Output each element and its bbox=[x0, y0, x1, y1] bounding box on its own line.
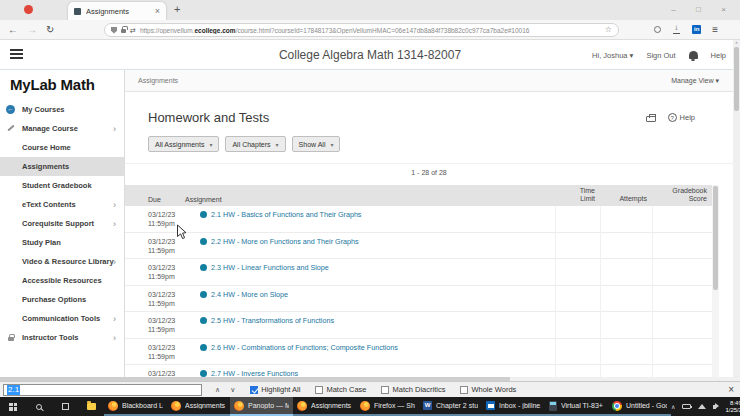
match-diacritics-checkbox[interactable] bbox=[381, 386, 389, 394]
chevron-right-icon: › bbox=[113, 333, 116, 343]
taskbar-app-word[interactable]: WChapter 2 stud... bbox=[419, 397, 482, 416]
forward-button[interactable]: → bbox=[27, 25, 37, 35]
find-next-button[interactable]: ∨ bbox=[230, 386, 235, 394]
sidebar-item-instructor-tools[interactable]: Instructor Tools › bbox=[0, 328, 124, 347]
highlight-all-checkbox[interactable] bbox=[250, 386, 258, 394]
downloads-icon[interactable] bbox=[672, 25, 681, 34]
page-scrollbar[interactable]: ∧ ∨ bbox=[733, 40, 740, 381]
sidebar-item-purchase-options[interactable]: Purchase Options bbox=[0, 290, 124, 309]
scroll-up-icon[interactable]: ∧ bbox=[733, 40, 740, 46]
column-header-due[interactable]: Due bbox=[125, 185, 181, 206]
start-button[interactable] bbox=[0, 397, 26, 416]
taskbar-app-panopto[interactable]: Panopto — M... bbox=[230, 397, 293, 416]
find-bar: 2.1 ∧ ∨ Highlight All Match Case Match D… bbox=[0, 381, 740, 397]
print-icon[interactable] bbox=[646, 116, 656, 122]
whole-words-checkbox[interactable] bbox=[460, 386, 468, 394]
extension-circle-icon[interactable] bbox=[654, 26, 661, 33]
notifications-bell-icon[interactable] bbox=[689, 51, 698, 59]
back-button[interactable]: ← bbox=[8, 25, 18, 35]
highlight-all-option[interactable]: Highlight All bbox=[250, 385, 300, 394]
assignment-link[interactable]: 2.1 HW - Basics of Functions and Their G… bbox=[211, 210, 361, 219]
taskbar-app-assignments-1[interactable]: Assignments ... bbox=[167, 397, 230, 416]
file-explorer-button[interactable] bbox=[78, 397, 104, 416]
assignment-link[interactable]: 2.4 HW - More on Slope bbox=[211, 290, 288, 299]
sidebar-item-manage-course[interactable]: Manage Course › bbox=[0, 119, 124, 138]
filter-show-all-dropdown[interactable]: Show All▾ bbox=[292, 136, 341, 152]
assignment-link[interactable]: 2.2 HW - More on Functions and Their Gra… bbox=[211, 237, 359, 246]
window-controls: – □ × bbox=[661, 0, 736, 20]
assignment-link[interactable]: 2.6 HW - Combinations of Functions; Comp… bbox=[211, 343, 398, 352]
sidebar-item-course-home[interactable]: Course Home bbox=[0, 138, 124, 157]
sidebar-item-video-resource-library[interactable]: Video & Resource Library › bbox=[0, 252, 124, 271]
table-scrollbar[interactable] bbox=[712, 185, 719, 381]
window-close-button[interactable]: × bbox=[711, 0, 736, 20]
table-scrollbar-thumb[interactable] bbox=[713, 186, 718, 290]
taskbar-app-ti83[interactable]: Virtual TI-83+ bbox=[545, 397, 608, 416]
new-tab-button[interactable]: + bbox=[174, 3, 180, 15]
filter-all-assignments-dropdown[interactable]: All Assignments▾ bbox=[148, 136, 219, 152]
taskbar-app-assignments-2[interactable]: Assignments ... bbox=[293, 397, 356, 416]
sidebar-item-communication-tools[interactable]: Communication Tools › bbox=[0, 309, 124, 328]
page-help-link[interactable]: ? Help bbox=[668, 113, 695, 122]
assignment-bullet-icon bbox=[200, 264, 207, 271]
reload-button[interactable]: ↻ bbox=[46, 25, 54, 35]
window-minimize-button[interactable]: – bbox=[661, 0, 686, 20]
header-help-link[interactable]: Help bbox=[711, 51, 726, 60]
filter-all-chapters-dropdown[interactable]: All Chapters▾ bbox=[225, 136, 285, 152]
speaker-icon[interactable] bbox=[713, 405, 716, 409]
find-close-icon[interactable]: × bbox=[728, 384, 734, 395]
linkedin-extension-icon[interactable]: in bbox=[692, 25, 701, 34]
window-maximize-button[interactable]: □ bbox=[686, 0, 711, 20]
page-scrollbar-thumb[interactable] bbox=[734, 47, 739, 111]
pencil-icon bbox=[7, 125, 14, 132]
sidebar-item-accessible-resources[interactable]: Accessible Resources bbox=[0, 271, 124, 290]
url-bar[interactable]: ⇄ https://openvellum.ecollege.com/course… bbox=[104, 23, 619, 37]
sidebar-item-student-gradebook[interactable]: Student Gradebook bbox=[0, 176, 124, 195]
network-icon[interactable] bbox=[698, 400, 706, 409]
assignment-link[interactable]: 2.3 HW - Linear Functions and Slope bbox=[211, 263, 329, 272]
column-header-time-limit[interactable]: Time Limit bbox=[555, 185, 600, 206]
chevron-right-icon: › bbox=[113, 257, 116, 267]
sidebar-item-assignments[interactable]: Assignments bbox=[0, 157, 124, 176]
manage-view-dropdown[interactable]: Manage View ▾ bbox=[671, 77, 719, 85]
find-input[interactable]: 2.1 bbox=[3, 384, 202, 396]
column-header-assignment[interactable]: Assignment bbox=[181, 185, 555, 206]
user-greeting-dropdown[interactable]: Hi, Joshua ▾ bbox=[592, 51, 633, 60]
main-content: Assignments Manage View ▾ Homework and T… bbox=[125, 70, 733, 381]
taskbar-clock[interactable]: 8:49 AM1/25/2023 bbox=[725, 400, 740, 414]
back-to-courses-icon: ← bbox=[6, 105, 15, 114]
tab-close-icon[interactable]: × bbox=[155, 7, 160, 16]
whole-words-option[interactable]: Whole Words bbox=[460, 385, 516, 394]
sidebar-item-etext-contents[interactable]: eText Contents › bbox=[0, 195, 124, 214]
assignment-link[interactable]: 2.5 HW - Transformations of Functions bbox=[211, 316, 334, 325]
hidden-icons-chevron-icon[interactable]: ∧ bbox=[671, 403, 675, 410]
sign-out-link[interactable]: Sign Out bbox=[646, 51, 675, 60]
match-diacritics-option[interactable]: Match Diacritics bbox=[381, 385, 445, 394]
tracking-shield-icon[interactable] bbox=[111, 27, 117, 34]
table-row: 03/12/2311:59pm 2.6 HW - Combinations of… bbox=[125, 339, 712, 366]
sidebar-item-study-plan[interactable]: Study Plan bbox=[0, 233, 124, 252]
battery-icon[interactable] bbox=[682, 404, 691, 409]
taskbar-app-chrome[interactable]: Untitled - Goo... bbox=[608, 397, 671, 416]
taskbar-app-blackboard[interactable]: Blackboard Le... bbox=[104, 397, 167, 416]
app-menu-icon[interactable]: ≡ bbox=[712, 25, 718, 35]
word-icon: W bbox=[423, 401, 432, 410]
page-title: Homework and Tests bbox=[148, 110, 269, 125]
match-case-option[interactable]: Match Case bbox=[315, 385, 366, 394]
task-view-button[interactable] bbox=[52, 397, 78, 416]
find-previous-button[interactable]: ∧ bbox=[215, 386, 220, 394]
column-header-gradebook-score[interactable]: Gradebook Score bbox=[652, 185, 712, 206]
match-case-checkbox[interactable] bbox=[315, 386, 323, 394]
lock-icon[interactable] bbox=[121, 29, 126, 33]
tab-favicon-icon bbox=[74, 8, 81, 15]
task-view-icon bbox=[62, 403, 69, 410]
url-domain: ecollege.com bbox=[194, 27, 235, 34]
bookmark-star-icon[interactable]: ☆ bbox=[605, 26, 612, 34]
column-header-attempts[interactable]: Attempts bbox=[600, 185, 652, 206]
taskbar-app-firefox-share[interactable]: Firefox — Sha... bbox=[356, 397, 419, 416]
taskbar-app-outlook[interactable]: Inbox - jbillne... bbox=[482, 397, 545, 416]
browser-tab-assignments[interactable]: Assignments × bbox=[68, 2, 166, 20]
taskbar-search-button[interactable] bbox=[26, 397, 52, 416]
sidebar-item-my-courses[interactable]: ← My Courses bbox=[0, 100, 124, 119]
sidebar-item-corequisite-support[interactable]: Corequisite Support › bbox=[0, 214, 124, 233]
